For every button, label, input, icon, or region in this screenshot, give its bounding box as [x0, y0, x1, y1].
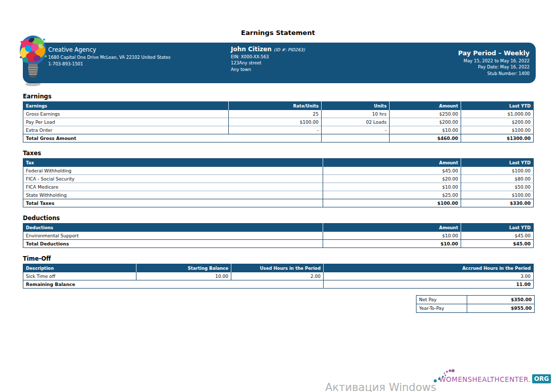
stub-number: Stub Number: 1400: [383, 71, 530, 76]
table-row: FICA - Social Security $20.00 $80.00: [23, 175, 534, 183]
table-row: Extra Order - - $10.00 $100.00: [23, 126, 534, 134]
column-header-used-hours: Used Hours in the Period: [231, 264, 324, 273]
tax-amount: $25.00: [323, 191, 461, 199]
deduction-ytd: $45.00: [461, 232, 534, 240]
column-header-last-ytd: Last YTD: [461, 224, 534, 232]
employee-name-line: John Citizen (ID #: PID263): [231, 46, 383, 53]
net-pay-table: Net Pay $350.00 Year-To-Pay $955.00: [416, 295, 535, 313]
earning-name: Pay Per Load: [23, 118, 229, 126]
company-logo: [18, 32, 48, 89]
employee-id: (ID #: PID263): [274, 47, 305, 52]
column-header-units: Units: [322, 102, 390, 111]
earning-ytd: $100.00: [461, 126, 534, 134]
deduction-name: Environmental Support: [23, 232, 323, 240]
earning-amount: $10.00: [390, 126, 461, 134]
total-label: Total Taxes: [23, 199, 323, 207]
total-ytd: $45.00: [461, 240, 534, 248]
employee-ein: EIN: X000-XX-563: [231, 54, 383, 59]
table-row: Sick Time off 10.00 2.00 3.00: [23, 272, 534, 280]
company-address: 1680 Capital One Drive McLean, VA 22102 …: [48, 55, 231, 60]
taxes-table: Tax Amount Last YTD Federal Withholding …: [23, 158, 534, 207]
timeoff-starting: 10.00: [136, 272, 231, 280]
total-value: 11.00: [324, 280, 534, 289]
table-row: Environmental Support $10.00 $45.00: [23, 232, 534, 240]
total-amount: $10.00: [323, 240, 461, 248]
earning-ytd: $200.00: [461, 118, 534, 126]
column-header-amount: Amount: [323, 224, 461, 232]
timeoff-table: Description Starting Balance Used Hours …: [23, 264, 534, 289]
employee-block: John Citizen (ID #: PID263) EIN: X000-XX…: [231, 43, 383, 83]
statement-header: Creative Agency 1680 Capital One Drive M…: [23, 43, 536, 83]
column-header-starting-balance: Starting Balance: [136, 264, 231, 273]
earnings-table: Earnings Rate/Units Units Amount Last YT…: [23, 101, 534, 142]
tax-name: Federal Withholding: [23, 167, 323, 175]
taxes-section-heading: Taxes: [23, 150, 533, 157]
earnings-section-heading: Earnings: [23, 93, 533, 100]
tax-ytd: $80.00: [461, 175, 534, 183]
employee-address2: Any town: [231, 67, 383, 72]
pay-period-range: May 15, 2022 to May 16, 2022: [383, 58, 530, 63]
total-units: [322, 134, 390, 142]
column-header-amount: Amount: [390, 102, 461, 111]
earnings-header-row: Earnings Rate/Units Units Amount Last YT…: [23, 102, 534, 111]
table-row: Gross Earnings 25 10 hrs $250.00 $1,000.…: [23, 110, 534, 118]
earning-amount: $250.00: [390, 110, 461, 118]
timeoff-header-row: Description Starting Balance Used Hours …: [23, 264, 534, 273]
company-phone: 1-703-893-1501: [48, 61, 231, 66]
tax-amount: $20.00: [323, 175, 461, 183]
earning-name: Gross Earnings: [23, 110, 229, 118]
column-header-deductions: Deductions: [23, 224, 323, 232]
pay-summary: Net Pay $350.00 Year-To-Pay $955.00: [416, 295, 534, 313]
table-row: Net Pay $350.00: [416, 296, 535, 304]
total-row: Total Taxes $100.00 $330.00: [23, 199, 534, 207]
table-row: Pay Per Load $100.00 02 Loads $200.00 $2…: [23, 118, 534, 126]
net-pay-label: Net Pay: [416, 296, 467, 304]
column-header-last-ytd: Last YTD: [461, 159, 534, 167]
column-header-accrued-hours: Accrued Hours in the Period: [324, 264, 534, 273]
table-row: Year-To-Pay $955.00: [416, 304, 535, 313]
tax-amount: $45.00: [323, 167, 461, 175]
deductions-table: Deductions Amount Last YTD Environmental…: [23, 223, 534, 248]
pay-period-title: Pay Period – Weekly: [383, 49, 530, 57]
ytd-pay-label: Year-To-Pay: [416, 304, 467, 313]
earning-rate: $100.00: [229, 118, 322, 126]
column-header-amount: Amount: [323, 159, 461, 167]
tax-name: FICA Medicare: [23, 183, 323, 191]
deductions-section-heading: Deductions: [23, 215, 533, 222]
total-row: Total Deductions $10.00 $45.00: [23, 240, 534, 248]
page-title: Earnings Statement: [0, 0, 556, 37]
table-row: FICA Medicare $10.00 $50.00: [23, 183, 534, 191]
tax-name: State Withholding: [23, 191, 323, 199]
windows-activation-watermark: Активация Windows: [325, 381, 436, 392]
total-row: Total Gross Amount $460.00 $1300.00: [23, 134, 534, 142]
tax-ytd: $100.00: [461, 191, 534, 199]
earning-rate: -: [229, 126, 322, 134]
deduction-amount: $10.00: [323, 232, 461, 240]
lightbulb-logo-icon: [18, 32, 48, 89]
earning-units: -: [322, 126, 390, 134]
table-row: State Withholding $25.00 $100.00: [23, 191, 534, 199]
column-header-description: Description: [23, 264, 136, 273]
timeoff-section-heading: Time-Off: [23, 255, 533, 262]
total-amount: $100.00: [323, 199, 461, 207]
table-row: Federal Withholding $45.00 $100.00: [23, 167, 534, 175]
tax-name: FICA - Social Security: [23, 175, 323, 183]
brand-name: WOMENSHEALTHCENTER.: [439, 375, 531, 383]
earning-units: 10 hrs: [322, 110, 390, 118]
total-ytd: $1300.00: [461, 134, 534, 142]
column-header-earnings: Earnings: [23, 102, 229, 111]
brand-suffix-badge: ORG: [532, 374, 551, 383]
taxes-header-row: Tax Amount Last YTD: [23, 159, 534, 167]
total-ytd: $330.00: [461, 199, 534, 207]
deductions-header-row: Deductions Amount Last YTD: [23, 224, 534, 232]
net-pay-value: $350.00: [467, 296, 535, 304]
total-label: Total Gross Amount: [23, 134, 322, 142]
total-amount: $460.00: [390, 134, 461, 142]
timeoff-description: Sick Time off: [23, 272, 136, 280]
company-name: Creative Agency: [48, 46, 231, 53]
tax-ytd: $50.00: [461, 183, 534, 191]
earning-amount: $200.00: [390, 118, 461, 126]
column-header-tax: Tax: [23, 159, 323, 167]
employee-name: John Citizen: [231, 46, 271, 53]
earning-name: Extra Order: [23, 126, 229, 134]
